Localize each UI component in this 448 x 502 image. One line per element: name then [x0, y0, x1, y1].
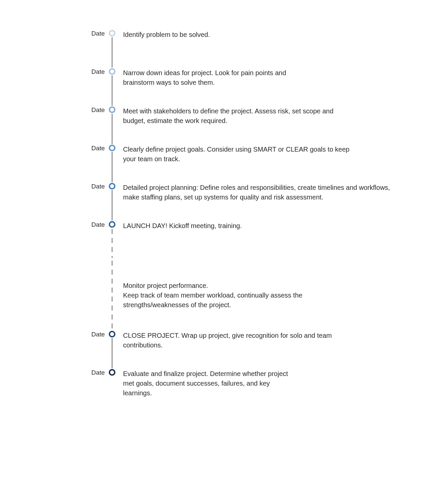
timeline-item: DateMeet with stakeholders to define the… — [90, 106, 428, 145]
timeline-item: DateDetailed project planning: Define ro… — [90, 183, 428, 221]
timeline-date-label: Date — [90, 106, 105, 114]
timeline-item: DateNarrow down ideas for project. Look … — [90, 68, 428, 106]
timeline-marker-circle — [109, 183, 115, 189]
timeline-item-text: Detailed project planning: Define roles … — [123, 183, 406, 202]
timeline-marker-circle — [109, 145, 115, 151]
timeline-marker-circle — [109, 30, 115, 37]
timeline-marker-column — [108, 68, 116, 106]
timeline-item-text: Narrow down ideas for project. Look for … — [123, 68, 309, 87]
timeline-item-text: CLOSE PROJECT. Wrap up project, give rec… — [123, 331, 356, 350]
project-timeline: DateIdentify problem to be solved.DateNa… — [20, 30, 428, 407]
timeline-marker-column — [108, 369, 116, 407]
timeline-connector-line — [112, 37, 112, 67]
timeline-marker-column — [108, 221, 116, 259]
timeline-item: DateClearly define project goals. Consid… — [90, 145, 428, 183]
timeline-item: Monitor project performance.Keep track o… — [90, 259, 428, 331]
timeline-item: DateIdentify problem to be solved. — [90, 30, 428, 68]
timeline-connector-line — [112, 114, 112, 144]
timeline-connector-line — [112, 229, 112, 258]
timeline-connector-line — [112, 152, 112, 182]
timeline-marker-column — [108, 183, 116, 221]
timeline-item-text: Identify problem to be solved. — [123, 30, 210, 40]
timeline-item-text: Evaluate and finalize project. Determine… — [123, 369, 293, 398]
timeline-marker-column — [108, 30, 116, 68]
timeline-marker-circle — [109, 369, 115, 376]
timeline-connector-line — [112, 338, 112, 368]
timeline-date-label: Date — [90, 68, 105, 76]
timeline-marker-circle — [109, 221, 115, 228]
timeline-marker-circle — [109, 68, 115, 75]
timeline-item: DateEvaluate and finalize project. Deter… — [90, 369, 428, 407]
timeline-marker-circle — [109, 331, 115, 337]
timeline-item: DateCLOSE PROJECT. Wrap up project, give… — [90, 331, 428, 369]
timeline-marker-column — [108, 106, 116, 145]
timeline-connector-line — [112, 75, 112, 106]
timeline-marker-column — [108, 145, 116, 183]
timeline-marker-column — [108, 259, 116, 331]
timeline-date-label: Date — [90, 369, 105, 377]
timeline-date-label: Date — [90, 331, 105, 338]
timeline-date-label: Date — [90, 183, 105, 190]
timeline-marker-circle — [109, 106, 115, 113]
timeline-date-label: Date — [90, 30, 105, 38]
timeline-item-text: Clearly define project goals. Consider u… — [123, 145, 356, 164]
timeline-item-text: LAUNCH DAY! Kickoff meeting, training. — [123, 221, 242, 231]
timeline-date-label: Date — [90, 145, 105, 152]
timeline-item-text: Meet with stakeholders to define the pro… — [123, 106, 356, 126]
timeline-item-text: Monitor project performance.Keep track o… — [123, 259, 309, 310]
timeline-date-label: Date — [90, 221, 105, 229]
timeline-connector-line — [112, 261, 112, 329]
timeline-item: DateLAUNCH DAY! Kickoff meeting, trainin… — [90, 221, 428, 259]
timeline-connector-line — [112, 190, 112, 220]
timeline-marker-column — [108, 331, 116, 369]
